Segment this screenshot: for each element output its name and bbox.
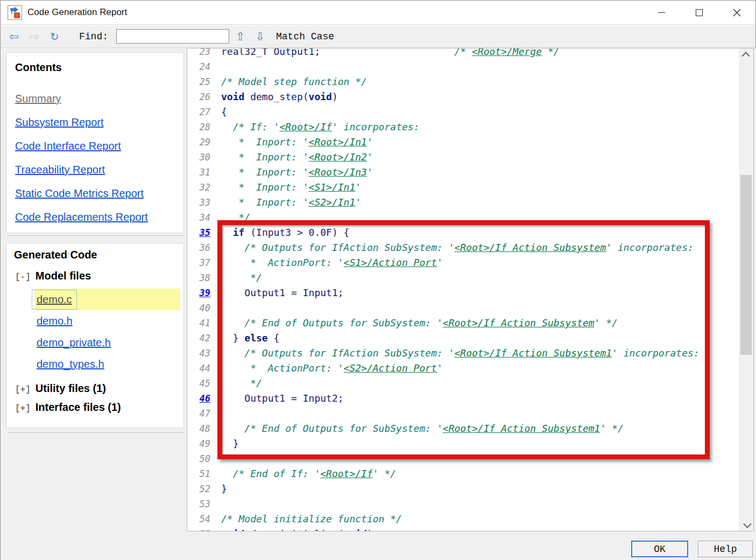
code-line: 31 * Inport: '<Root>/In3' (187, 165, 739, 180)
sidebar-link-code-interface-report[interactable]: Code Interface Report (15, 139, 175, 152)
match-case-toggle[interactable]: Match Case (276, 31, 334, 42)
file-row-demo-c[interactable]: demo.c (34, 289, 180, 310)
line-number-link[interactable]: 39 (187, 286, 210, 300)
line-number: 27 (187, 105, 210, 119)
code-trace-link[interactable]: <Root>/If Action Subsystem (454, 242, 606, 253)
code-segment: { (268, 332, 280, 344)
code-segment: /* Outputs for IfAction SubSystem: ' (221, 347, 454, 359)
scroll-down-icon[interactable] (740, 519, 753, 530)
code-trace-link[interactable]: <Root>/If Action Subsystem (443, 317, 595, 328)
file-link-demo-c[interactable]: demo.c (34, 292, 74, 307)
code-line: 34 */ (187, 211, 739, 226)
sidebar-link-traceability-report[interactable]: Traceability Report (15, 163, 175, 176)
find-input[interactable] (116, 29, 229, 44)
sidebar-link-summary[interactable]: Summary (15, 92, 175, 105)
line-number: 42 (187, 331, 210, 345)
line-number: 33 (187, 195, 210, 209)
file-row-demo-private-h[interactable]: demo_private.h (34, 332, 180, 353)
group-interface-files[interactable]: [+] Interface files (1) (15, 401, 176, 414)
code-segment: ' incorporates: (612, 347, 700, 359)
line-number: 52 (187, 482, 210, 496)
code-trace-link[interactable]: <Root>/If (320, 468, 373, 479)
code-trace-link[interactable]: <S1>/In1 (309, 181, 356, 193)
code-segment: */ (542, 48, 560, 57)
scrollbar-thumb[interactable] (740, 175, 752, 355)
code-trace-link[interactable]: <S1>/Action Port (344, 257, 437, 268)
sidebar-link-code-replacements-report[interactable]: Code Replacements Report (15, 211, 175, 223)
code-line: 51 /* End of If: '<Root>/If' */ (187, 467, 739, 482)
code-text: /* End of Outputs for SubSystem: '<Root>… (210, 422, 624, 436)
code-text: void demo_initialize(void) (210, 527, 373, 531)
file-row-demo-h[interactable]: demo.h (34, 310, 180, 332)
close-button[interactable] (718, 1, 755, 25)
find-next-icon[interactable]: ⇩ (256, 30, 265, 44)
group-model-files[interactable]: [-] Model files (15, 270, 176, 282)
code-segment: real32_T Output1; (221, 48, 454, 57)
line-number-link[interactable]: 35 (187, 226, 210, 240)
code-line: 32 * Inport: '<S1>/In1' (187, 180, 739, 195)
file-row-demo-types-h[interactable]: demo_types.h (34, 353, 180, 375)
code-generation-report-window: Code Generation Report ⇦ ⇨ ↻ Find: ⇧ ⇩ M… (0, 0, 756, 560)
code-trace-link[interactable]: <Root>/In3 (309, 166, 367, 178)
minimize-icon (658, 12, 665, 13)
code-text: } else { (210, 331, 279, 345)
code-line: 26void demo_step(void) (187, 90, 739, 105)
code-segment: { (221, 106, 227, 117)
code-segment: Output1 = Input1; (221, 287, 344, 298)
code-trace-link[interactable]: <Root>/If Action Subsystem1 (443, 423, 600, 434)
code-trace-link[interactable]: <Root>/In1 (309, 136, 367, 148)
code-text: /* Outputs for IfAction SubSystem: '<Roo… (210, 241, 694, 255)
code-line: 44 * ActionPort: '<S2>/Action Port' (187, 361, 739, 376)
code-segment: /* End of If: ' (221, 468, 320, 479)
file-link-demo-h[interactable]: demo.h (34, 314, 75, 328)
help-button[interactable]: Help (698, 541, 753, 557)
find-label: Find: (79, 31, 108, 42)
code-segment: */ (221, 212, 250, 223)
sidebar-divider (7, 235, 185, 236)
window-controls (642, 1, 755, 25)
code-trace-link[interactable]: <Root>/If (279, 121, 332, 132)
refresh-icon[interactable]: ↻ (50, 30, 59, 44)
code-line: 27{ (187, 105, 739, 120)
code-line: 43 /* Outputs for IfAction SubSystem: '<… (187, 346, 739, 361)
sidebar-link-subsystem-report[interactable]: Subsystem Report (15, 116, 175, 129)
file-link-demo-private-h[interactable]: demo_private.h (34, 335, 113, 350)
code-segment: /* Model initialize function */ (221, 513, 402, 524)
sidebar-link-static-code-metrics-report[interactable]: Static Code Metrics Report (15, 187, 175, 200)
code-line: 29 * Inport: '<Root>/In1' (187, 135, 739, 150)
line-number: 50 (187, 452, 210, 466)
scroll-up-icon[interactable] (740, 50, 753, 60)
vertical-scrollbar[interactable] (739, 48, 753, 531)
code-trace-link[interactable]: <Root>/Merge (472, 48, 542, 57)
ok-button[interactable]: OK (631, 541, 688, 557)
group-utility-files[interactable]: [+] Utility files (1) (15, 382, 176, 395)
back-arrow-icon[interactable]: ⇦ (9, 30, 19, 44)
code-segment: * Inport: ' (221, 166, 309, 178)
minimize-button[interactable] (642, 1, 680, 25)
collapse-toggle-icon[interactable]: [-] (15, 272, 31, 282)
code-trace-link[interactable]: <S2>/Action Port (344, 362, 437, 374)
code-text: * Inport: '<Root>/In2' (210, 150, 373, 164)
code-line: 50 (187, 452, 739, 467)
forward-arrow-icon[interactable]: ⇨ (30, 30, 39, 44)
maximize-icon (696, 9, 703, 16)
code-segment: ) (367, 528, 373, 531)
code-line: 38 */ (187, 271, 739, 286)
line-number-link[interactable]: 46 (187, 391, 210, 405)
expand-toggle-icon[interactable]: [+] (15, 385, 31, 395)
code-trace-link[interactable]: <Root>/In2 (309, 151, 367, 163)
code-text: } (210, 437, 239, 451)
code-trace-link[interactable]: <Root>/If Action Subsystem1 (454, 347, 612, 359)
code-segment: Output1 = Input2; (221, 393, 344, 404)
main-area: Contents Summary Subsystem Report Code I… (1, 48, 756, 560)
code-line: 37 * ActionPort: '<S1>/Action Port' (187, 256, 739, 271)
file-link-demo-types-h[interactable]: demo_types.h (34, 357, 107, 372)
code-line: 41 /* End of Outputs for SubSystem: '<Ro… (187, 316, 739, 331)
code-trace-link[interactable]: <S2>/In1 (309, 197, 356, 208)
expand-toggle-icon[interactable]: [+] (15, 404, 31, 414)
maximize-button[interactable] (680, 1, 718, 25)
code-lines: 23real32_T Output1; /* <Root>/Merge */24… (187, 48, 739, 531)
find-previous-icon[interactable]: ⇧ (236, 30, 245, 44)
code-text: /* End of If: '<Root>/If' */ (210, 467, 396, 481)
contents-panel: Contents Summary Subsystem Report Code I… (6, 52, 184, 233)
